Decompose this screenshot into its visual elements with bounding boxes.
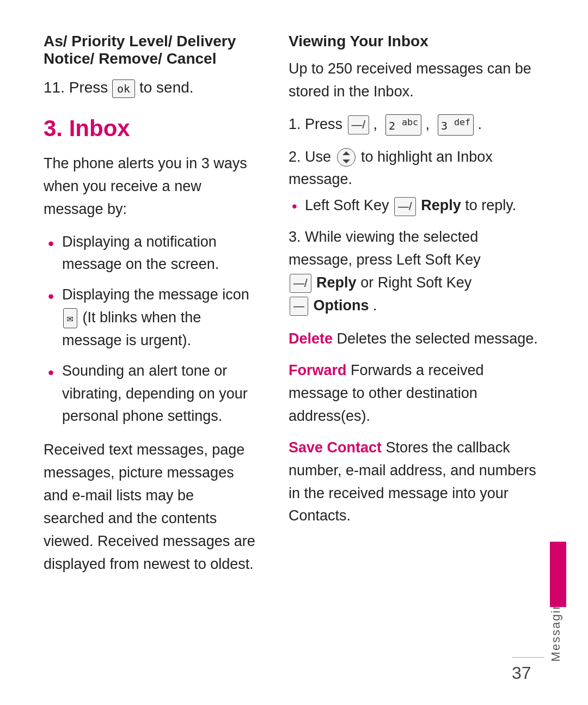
step-2: 2. Use to highlight an Inbox message.: [289, 146, 546, 192]
bullet-2-text-prefix: Displaying the message icon: [62, 286, 249, 303]
bullet-item-2: Displaying the message icon ✉ (It blinks…: [44, 284, 256, 352]
sidebar: Messaging: [546, 33, 566, 672]
delete-section: Delete Deletes the selected message.: [289, 328, 546, 351]
left-column: As/ Priority Level/ Delivery Notice/ Rem…: [44, 33, 278, 672]
bullet-1-text: Displaying a notification message on the…: [62, 234, 219, 273]
step-2-sub: Left Soft Key —/ Reply to reply.: [289, 194, 546, 217]
forward-label: Forward: [289, 362, 347, 378]
bullet-item-1: Displaying a notification message on the…: [44, 231, 256, 277]
save-label: Save Contact: [289, 439, 382, 456]
received-text: Received text messages, page messages, p…: [44, 439, 256, 575]
bullet-2-text-suffix: (It blinks when the message is urgent).: [62, 309, 201, 348]
step-3-mid: or Right Soft Key: [360, 274, 471, 291]
step-1-icon-3: 3 def: [438, 114, 474, 136]
page-container: As/ Priority Level/ Delivery Notice/ Rem…: [0, 0, 588, 705]
step-2-sub-to: to reply.: [465, 197, 516, 213]
right-column: Viewing Your Inbox Up to 250 received me…: [278, 33, 546, 672]
step-2-sub-text: Left Soft Key: [305, 197, 393, 213]
step-2-prefix: 2. Use: [289, 149, 331, 165]
viewing-heading: Viewing Your Inbox: [289, 33, 546, 50]
page-divider: [512, 657, 544, 658]
step-3-options: Options: [314, 297, 369, 314]
delete-text-content: Deletes the selected message.: [337, 330, 538, 347]
bullet-item-3: Sounding an alert tone or vibrating, dep…: [44, 360, 256, 428]
delete-label: Delete: [289, 330, 333, 347]
left-soft-key-icon: —/: [394, 197, 416, 216]
step-11: 11. Press ok to send.: [44, 76, 256, 99]
main-content: As/ Priority Level/ Delivery Notice/ Rem…: [0, 0, 588, 705]
nav-icon: [337, 148, 356, 167]
forward-section: Forward Forwards a received message to o…: [289, 359, 546, 428]
message-icon: ✉: [63, 308, 77, 328]
step-1-prefix: 1. Press: [289, 116, 342, 132]
up-to-text: Up to 250 received messages can be store…: [289, 58, 546, 103]
step-3-prefix: 3. While viewing the selected message, p…: [289, 229, 481, 268]
step-1-icon-2: 2 abc: [385, 114, 421, 136]
step-2-reply: Reply: [421, 197, 461, 213]
step-1: 1. Press —/ , 2 abc , 3 def .: [289, 113, 546, 136]
ok-icon: ok: [112, 79, 135, 98]
page-number-text: 37: [512, 663, 531, 683]
sidebar-bar: [550, 542, 566, 607]
step-3: 3. While viewing the selected message, p…: [289, 226, 546, 317]
step-11-prefix: 11. Press: [44, 79, 108, 96]
intro-text: The phone alerts you in 3 ways when you …: [44, 152, 256, 221]
inbox-title: 3. Inbox: [44, 115, 256, 142]
step-3-reply: Reply: [316, 274, 357, 291]
section-heading: As/ Priority Level/ Delivery Notice/ Rem…: [44, 33, 256, 68]
step-1-icon-1: —/: [348, 115, 370, 134]
bullet-3-text: Sounding an alert tone or vibrating, dep…: [62, 363, 248, 425]
save-section: Save Contact Stores the callback number,…: [289, 437, 546, 528]
step-3-reply-icon: —/: [290, 274, 311, 293]
bullet-list: Displaying a notification message on the…: [44, 231, 256, 428]
step-3-options-icon: —: [290, 297, 308, 316]
page-number: 37: [512, 657, 544, 684]
step-3-suffix: .: [373, 297, 377, 314]
step-11-suffix: to send.: [139, 79, 194, 96]
